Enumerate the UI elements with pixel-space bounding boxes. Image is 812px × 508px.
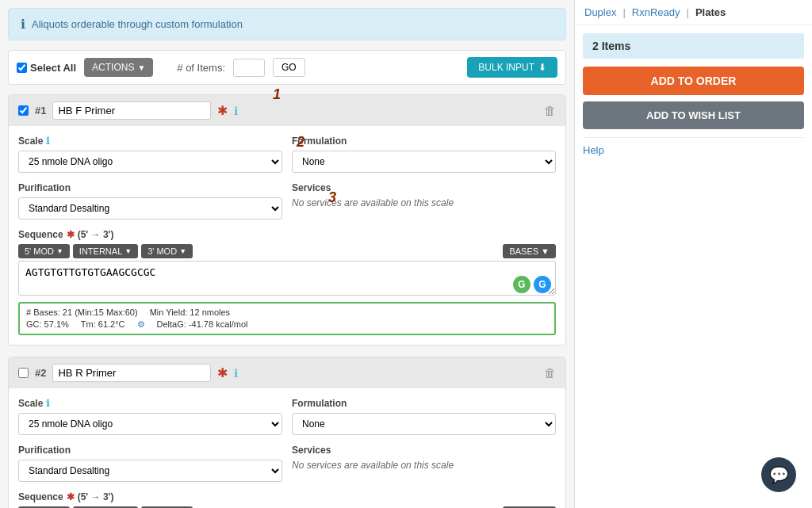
- actions-caret-icon: ▼: [137, 63, 145, 72]
- item-2-info-icon[interactable]: ℹ: [234, 367, 238, 380]
- bulk-input-label: BULK INPUT: [478, 62, 534, 73]
- item-1-stats-row2: GC: 57.1% Tm: 61.2°C ⚙ DeltaG: -41.78 kc…: [26, 319, 548, 330]
- items-count-input[interactable]: 2: [233, 59, 265, 77]
- scale-info-icon: ℹ: [46, 136, 50, 147]
- item-1-info-icon[interactable]: ℹ: [234, 105, 238, 117]
- item-2-trash-icon[interactable]: 🗑: [544, 366, 556, 380]
- item-1-seq-input-wrapper: AGTGTGTTGTGTGAAGCGCGC G G: [18, 261, 556, 298]
- item-2-name-input[interactable]: [52, 364, 211, 382]
- item-2-star-icon: ✱: [217, 365, 228, 380]
- item-2-services-group: Services No services are available on th…: [292, 445, 556, 482]
- items-label: # of Items:: [177, 62, 225, 74]
- help-section: Help: [583, 137, 804, 162]
- item-2-body: Scale ℹ 25 nmole DNA oligo 100 nmole DNA…: [9, 388, 565, 491]
- item-2-purification-group: Purification Standard Desalting HPLC PAG…: [18, 445, 282, 482]
- bulk-input-button[interactable]: BULK INPUT ⬇: [467, 57, 557, 78]
- item-2-header: #2 ✱ ℹ 🗑: [9, 357, 565, 388]
- tab-duplex[interactable]: Duplex: [584, 6, 616, 18]
- separator-2: |: [687, 6, 689, 18]
- item-1-services-text: No services are available on this scale: [292, 197, 556, 208]
- select-all-checkbox-label[interactable]: Select All: [17, 62, 76, 74]
- chat-bubble-icon: 💬: [769, 465, 789, 484]
- item-1-star-icon: ✱: [217, 103, 228, 118]
- item-1-seq-textarea[interactable]: AGTGTGTTGTGTGAAGCGCGC: [18, 261, 556, 296]
- right-panel-header: Duplex | RxnReady | Plates: [575, 0, 812, 25]
- internal-caret-icon: ▼: [124, 247, 132, 255]
- go-button[interactable]: GO: [273, 58, 305, 77]
- actions-label: ACTIONS: [92, 62, 134, 73]
- item-2-checkbox[interactable]: [18, 368, 29, 378]
- mod5-caret-icon: ▼: [56, 247, 63, 255]
- item-1-g-green-icon[interactable]: G: [513, 276, 530, 293]
- item-2-scale-select[interactable]: 25 nmole DNA oligo 100 nmole DNA oligo 2…: [18, 413, 282, 435]
- item-2-services-label: Services: [292, 445, 556, 456]
- info-banner: ℹ Aliquots orderable through custom form…: [8, 8, 566, 40]
- item-1-formulation-select[interactable]: None 10 mM Tris pH 8.0 TE: [292, 151, 556, 173]
- right-panel: Duplex | RxnReady | Plates 2 Items ADD T…: [574, 0, 812, 508]
- item-1-purification-select[interactable]: Standard Desalting HPLC PAGE: [18, 197, 282, 220]
- item-1-bases-stat: # Bases: 21 (Min:15 Max:60): [26, 307, 138, 317]
- item-1-services-group: Services No services are available on th…: [292, 182, 556, 220]
- add-to-wish-list-button[interactable]: ADD TO WISH LIST: [583, 101, 804, 129]
- item2-seq-star-icon: ✱: [67, 491, 75, 502]
- item-1-num: #1: [35, 105, 46, 116]
- item-1-mod3-btn[interactable]: 3' MOD ▼: [141, 244, 193, 258]
- item-2-formulation-label: Formulation: [292, 398, 556, 409]
- item-1-mod5-btn[interactable]: 5' MOD ▼: [18, 244, 70, 258]
- item-1-purification-label: Purification: [18, 182, 282, 193]
- item-1-trash-icon[interactable]: 🗑: [544, 104, 556, 117]
- separator-1: |: [622, 6, 625, 18]
- item-2-sequence-section: Sequence ✱ (5' → 3') 5' MOD ▼ INTERNAL ▼: [9, 491, 565, 508]
- tab-plates[interactable]: Plates: [695, 6, 726, 18]
- item-1-g-blue-icon[interactable]: G: [534, 276, 551, 293]
- mod3-caret-icon: ▼: [179, 247, 186, 255]
- item-2-purification-label: Purification: [18, 445, 282, 456]
- select-all-label: Select All: [30, 62, 76, 74]
- item-2-purification-select[interactable]: Standard Desalting HPLC PAGE: [18, 460, 282, 482]
- item-1-internal-btn[interactable]: INTERNAL ▼: [73, 244, 138, 258]
- item-1-min-yield-stat: Min Yield: 12 nmoles: [150, 307, 231, 317]
- item-2-formulation-select[interactable]: None 10 mM Tris pH 8.0 TE: [292, 413, 556, 435]
- item-1-body: Scale ℹ 25 nmole DNA oligo 100 nmole DNA…: [9, 126, 565, 229]
- item-card-1: 1 2 3 #1 ✱ ℹ 🗑 Scale ℹ: [8, 94, 566, 346]
- item-1-bases-btn[interactable]: BASES ▼: [503, 244, 556, 258]
- chat-bubble[interactable]: 💬: [761, 457, 796, 492]
- item-1-header: #1 ✱ ℹ 🗑: [9, 95, 565, 126]
- help-link[interactable]: Help: [583, 144, 604, 156]
- actions-button[interactable]: ACTIONS ▼: [84, 58, 153, 77]
- item-1-seq-icons: G G: [513, 276, 551, 293]
- item-1-gc-stat: GC: 57.1%: [26, 319, 69, 330]
- item-2-services-text: No services are available on this scale: [292, 460, 556, 471]
- items-count-text: 2 Items: [592, 40, 630, 52]
- item-1-deltag-icon: ⚙: [137, 319, 145, 330]
- item-1-formulation-group: Formulation None 10 mM Tris pH 8.0 TE: [292, 136, 556, 173]
- item-1-scale-select[interactable]: 25 nmole DNA oligo 100 nmole DNA oligo 2…: [18, 151, 282, 173]
- item-2-scale-label: Scale ℹ: [18, 398, 282, 409]
- item-1-deltag-stat: DeltaG: -41.78 kcal/mol: [157, 319, 248, 330]
- item-card-2: #2 ✱ ℹ 🗑 Scale ℹ 25 nmole DNA oligo: [8, 357, 566, 508]
- item-1-stats-box: # Bases: 21 (Min:15 Max:60) Min Yield: 1…: [18, 302, 556, 335]
- item-1-formulation-label: Formulation: [292, 136, 556, 147]
- item-1-purification-group: Purification Standard Desalting HPLC PAG…: [18, 182, 282, 220]
- item-1-services-label: Services: [292, 182, 556, 193]
- add-to-order-button[interactable]: ADD TO ORDER: [583, 67, 804, 95]
- item-1-tm-stat: Tm: 61.2°C: [81, 319, 125, 330]
- toolbar: Select All ACTIONS ▼ # of Items: 2 GO BU…: [8, 50, 566, 85]
- info-circle-icon: ℹ: [21, 17, 25, 32]
- item-2-seq-label: Sequence ✱ (5' → 3'): [18, 491, 556, 502]
- item-2-num: #2: [35, 367, 46, 379]
- info-banner-text: Aliquots orderable through custom formul…: [32, 18, 243, 30]
- item-2-scale-group: Scale ℹ 25 nmole DNA oligo 100 nmole DNA…: [18, 398, 282, 435]
- bases-caret-icon: ▼: [541, 246, 550, 256]
- seq-star-icon: ✱: [67, 229, 75, 240]
- item-1-scale-label: Scale ℹ: [18, 136, 282, 147]
- item-1-checkbox[interactable]: [18, 105, 29, 116]
- tab-rxnready[interactable]: RxnReady: [632, 6, 680, 18]
- item-2-formulation-group: Formulation None 10 mM Tris pH 8.0 TE: [292, 398, 556, 435]
- bulk-input-download-icon: ⬇: [538, 62, 546, 73]
- item-1-seq-label: Sequence ✱ (5' → 3'): [18, 229, 556, 240]
- select-all-checkbox[interactable]: [17, 63, 27, 73]
- item-1-name-input[interactable]: [52, 101, 211, 120]
- item2-scale-info-icon: ℹ: [46, 398, 50, 409]
- item-1-scale-group: Scale ℹ 25 nmole DNA oligo 100 nmole DNA…: [18, 136, 282, 173]
